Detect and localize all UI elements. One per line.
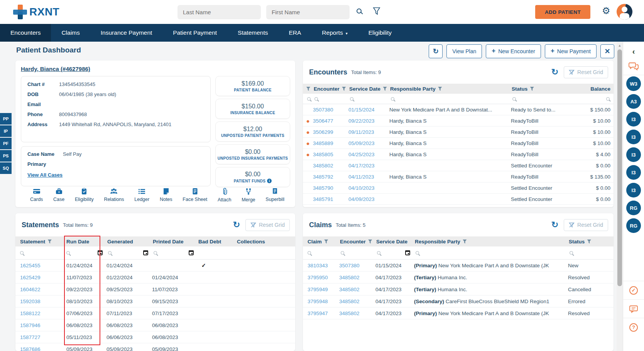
encounter-row[interactable]: ●348580504/25/2023Hardy, Bianca SReadyTo… [303,149,614,160]
statement-link[interactable]: 1587686 [15,346,61,351]
encounter-link[interactable]: 3507380 [339,263,375,268]
nav-insurance-payment[interactable]: Insurance Payment [90,24,163,42]
col-statement[interactable]: Statement [15,239,61,245]
col-generated[interactable]: Generated [106,239,152,245]
badge-rg[interactable]: RG [626,218,641,233]
claim-row[interactable]: 3795948348580204/17/2023(Secondary) Care… [303,295,614,307]
search-icon[interactable] [314,97,318,101]
filter-icon[interactable] [368,240,372,244]
reset-grid-button[interactable]: Reset Grid [564,219,608,231]
col-encounter[interactable]: Encounter [313,86,348,92]
claim-link[interactable]: 3795948 [303,299,339,304]
search-icon[interactable] [308,251,311,255]
col-responsible-party[interactable]: Responsible Party [414,239,568,245]
reset-grid-button[interactable]: Reset Grid [564,66,608,78]
nav-eligibility[interactable]: Eligibility [358,24,402,42]
filter-icon[interactable] [530,87,534,91]
claim-row[interactable]: 3795950348580204/17/2023(Tertiary) Human… [303,272,614,284]
encounter-row[interactable]: 348579004/10/2023Settled Encounter$ 0.00 [303,182,614,194]
nav-claims[interactable]: Claims [51,24,90,42]
refresh-grid-icon[interactable]: ↻ [551,68,558,76]
rail-tab-sq[interactable]: SQ [0,162,12,174]
action-notes[interactable]: Notes [160,188,172,202]
action-case[interactable]: Case [53,188,64,202]
nav-patient-payment[interactable]: Patient Payment [162,24,227,42]
nav-statements[interactable]: Statements [227,24,278,42]
new-encounter-button[interactable]: +New Encounter [486,44,541,58]
refresh-button[interactable]: ↻ [429,44,443,58]
message-icon[interactable] [623,299,644,318]
statement-row[interactable]: 158772705/11/202306/06/202306/08/2023 [15,331,295,343]
badge-i3[interactable]: I3 [626,130,641,144]
action-attach[interactable]: Attach [218,188,231,202]
filter-icon[interactable] [342,87,346,91]
encounter-row[interactable]: 348579204/11/2023Hardy, Bianca SReadyToB… [303,171,614,182]
first-name-input[interactable] [266,5,350,19]
collapse-panel-icon[interactable]: ‹ [623,47,644,56]
claim-link[interactable]: 3810343 [303,263,339,268]
claim-link[interactable]: 3795950 [303,275,339,280]
encounter-row[interactable]: 350738001/15/2024New York Medicare Part … [303,104,614,115]
action-ledger[interactable]: Ledger [134,188,149,202]
col-responsible-party[interactable]: Responsible Party [389,86,511,92]
badge-a3[interactable]: A3 [626,94,641,109]
encounter-link[interactable]: 3485802 [339,275,375,280]
encounter-link[interactable]: 3506299 [313,129,348,135]
col-service-date[interactable]: Service Date [375,239,414,245]
claim-link[interactable]: 3795947 [303,310,339,316]
encounter-row[interactable]: ●350629909/11/2023Hardy, Bianca SReadyTo… [303,127,614,138]
filter-icon[interactable] [587,240,591,244]
badge-w3[interactable]: W3 [626,76,641,91]
action-face-sheet[interactable]: Face Sheet [183,188,207,202]
encounter-row[interactable]: ●348588905/09/2023Hardy, Bianca SReadyTo… [303,138,614,149]
statement-link[interactable]: 1592038 [15,299,61,304]
close-button[interactable]: ✕ [600,44,614,58]
statement-row[interactable]: 162545501/24/202401/24/2024✓ [15,260,295,272]
encounter-row[interactable]: 348580204/17/2023Settled Encounter$ 0.00 [303,160,614,171]
search-icon[interactable] [108,251,112,255]
statement-link[interactable]: 1588122 [15,310,61,316]
badge-i3[interactable]: I3 [626,183,641,197]
encounter-link[interactable]: 3485791 [313,196,348,202]
encounter-link[interactable]: 3506477 [313,118,348,124]
search-icon[interactable] [416,251,419,255]
filter-icon[interactable] [438,87,442,91]
patient-name-link[interactable]: Hardy, Bianca (#4627986) [21,66,90,72]
tasks-check-icon[interactable]: ✓ [623,281,644,299]
badge-i3[interactable]: I3 [626,165,641,180]
nav-era[interactable]: ERA [278,24,311,42]
search-icon[interactable] [66,251,70,255]
statement-row[interactable]: 162542911/07/202301/22/202401/24/2024 [15,272,295,284]
action-eligibility[interactable]: Eligibility [75,188,94,202]
statement-row[interactable]: 158812207/06/202307/11/202307/17/2023 [15,307,295,319]
col-service-date[interactable]: Service Date [348,86,389,92]
claim-row[interactable]: 3795949348580204/17/2023(Tertiary) Human… [303,284,614,295]
filter-icon[interactable] [306,87,311,91]
calendar-icon[interactable] [143,250,148,255]
col-claim[interactable]: Claim [303,239,339,245]
filter-icon[interactable] [383,87,387,91]
col-run-date[interactable]: Run Date [61,239,106,245]
col-bad-debt[interactable]: Bad Debt [198,239,236,245]
search-icon[interactable] [350,97,353,101]
action-cards[interactable]: Cards [30,188,43,202]
statement-row[interactable]: 158768605/09/202305/09/202305/09/2023 [15,343,295,351]
statement-row[interactable]: 160462209/22/202309/25/202311/07/2023 [15,284,295,295]
col-status[interactable]: Status [511,86,569,92]
encounter-link[interactable]: 3485802 [339,287,375,292]
badge-rg[interactable]: RG [626,201,641,215]
gear-icon[interactable]: ⚙ [602,5,610,16]
col-status[interactable]: Status [568,239,614,245]
claim-row[interactable]: 3795947348580204/17/2023(Primary) New Yo… [303,307,614,319]
filter-icon[interactable] [463,240,467,244]
action-superbill[interactable]: Superbill [265,188,284,202]
vertical-scrollbar[interactable]: ▲ [617,42,623,351]
encounter-link[interactable]: 3485802 [339,310,375,316]
action-merge[interactable]: Merge [242,188,255,202]
badge-i3[interactable]: I3 [626,147,641,162]
add-patient-button[interactable]: ADD PATIENT [535,5,590,19]
encounter-link[interactable]: 3485805 [313,152,348,157]
rail-tab-pf[interactable]: PF [0,138,12,149]
rail-tab-pp[interactable]: PP [0,113,12,125]
claim-row[interactable]: 3810343350738001/15/2024(Primary) New Yo… [303,260,614,272]
